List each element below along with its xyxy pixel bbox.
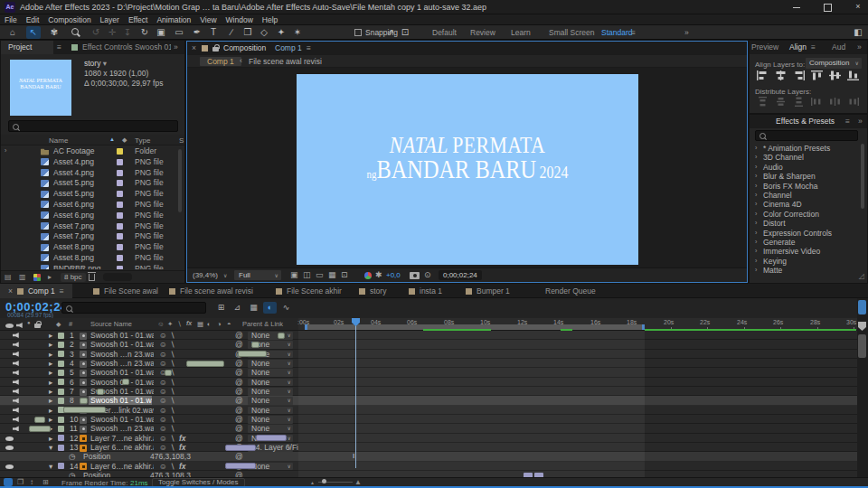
mask-visibility-icon[interactable]: ◫: [303, 270, 311, 279]
audio-on-icon[interactable]: [13, 333, 21, 338]
shy-switch-icon[interactable]: ☺: [159, 396, 167, 405]
effect-category-label[interactable]: Distort: [763, 219, 786, 228]
transparency-grid-icon[interactable]: ▦: [328, 270, 336, 279]
effect-category-row[interactable]: › Matte: [750, 266, 860, 275]
exposure-gear-icon[interactable]: ✱: [375, 270, 382, 279]
layer-duration-bar[interactable]: [122, 379, 129, 385]
layer-duration-bar[interactable]: [63, 407, 106, 413]
effect-category-label[interactable]: Audio: [763, 163, 783, 172]
label-color-swatch[interactable]: [117, 202, 123, 208]
pick-whip-icon[interactable]: @: [235, 434, 243, 443]
file-name[interactable]: Asset 7.png: [53, 221, 94, 230]
expand-icon[interactable]: ›: [755, 220, 757, 226]
timeline-tab[interactable]: ×File scene awal revisi≡: [169, 284, 253, 298]
tab-menu-icon[interactable]: ≡: [60, 284, 64, 298]
label-color-swatch[interactable]: [58, 426, 64, 432]
composition-canvas[interactable]: NATALPERMATA ngBANDAR BARU2024: [297, 74, 638, 265]
audio-on-icon[interactable]: [13, 370, 21, 375]
layer-row[interactable]: 10 Swoosh 01 - 01.wav ☺ ∖ fx @ None∨ ◷ @…: [0, 415, 857, 424]
property-label[interactable]: Position: [83, 452, 110, 461]
layer-duration-bar[interactable]: [97, 389, 104, 395]
effect-category-row[interactable]: › * Animation Presets: [750, 144, 860, 153]
parent-link-column-header[interactable]: Parent & Link: [242, 320, 283, 328]
project-file-row[interactable]: › Asset 4.png PNG file: [1, 168, 184, 179]
layer-name[interactable]: Swoosh 01 - 01.wav: [90, 368, 154, 377]
workspace-tab[interactable]: Review: [470, 28, 495, 37]
minimize-button[interactable]: [783, 0, 810, 14]
layer-row[interactable]: 2 Swoosh 01 - 01.wav ☺ ∖ fx @ None∨ ◷ @ …: [0, 340, 857, 349]
effect-category-label[interactable]: Channel: [763, 191, 792, 200]
file-name[interactable]: Asset 4.png: [53, 168, 94, 177]
sort-ascending-icon[interactable]: ▲: [109, 136, 115, 142]
label-column-icon[interactable]: ◆: [122, 136, 127, 144]
label-color-swatch[interactable]: [58, 370, 64, 376]
project-file-row[interactable]: › Asset 8.png PNG file: [1, 242, 184, 253]
effect-category-label[interactable]: Color Correction: [763, 210, 819, 219]
audio-on-icon[interactable]: [13, 408, 21, 413]
pick-whip-icon[interactable]: @: [235, 396, 243, 405]
breadcrumb-back-icon[interactable]: ‹: [240, 56, 242, 65]
workspace-tab[interactable]: Small Screen: [549, 28, 595, 37]
quality-switch-icon[interactable]: ∖: [170, 387, 175, 396]
file-name[interactable]: Asset 8.png: [53, 253, 94, 262]
layer-name[interactable]: Swoosh 01 - 01.wav: [89, 396, 152, 405]
quality-switch-icon[interactable]: ∖: [170, 331, 175, 340]
parent-select[interactable]: None∨: [248, 397, 293, 405]
layer-name[interactable]: Swoosh …n 23.wav: [90, 359, 154, 368]
composition-viewer[interactable]: NATALPERMATA ngBANDAR BARU2024: [187, 68, 747, 268]
layer-row[interactable]: 3 Swoosh …n 23.wav ☺ ∖ fx @ None∨ ◷ @ I: [0, 350, 857, 359]
composition-flowchart-icon[interactable]: ⊞: [214, 302, 228, 314]
layer-row[interactable]: 14 Layer 6…ne akhir.ai ☺ ∖ fx @ None∨ ◷ …: [0, 462, 857, 477]
motion-blur-icon[interactable]: ◐: [263, 302, 277, 314]
effect-category-row[interactable]: › Color Correction: [750, 210, 860, 219]
choose-grid-icon[interactable]: ▣: [290, 270, 298, 279]
workspace-tab[interactable]: Standard: [601, 28, 633, 37]
adjustment-column-icon[interactable]: ◑: [217, 320, 222, 328]
viewer-timecode[interactable]: 0;00;02;24: [439, 270, 482, 280]
lock-icon[interactable]: [212, 44, 219, 52]
workspace-menu-icon[interactable]: ≡: [631, 28, 636, 37]
expand-icon[interactable]: ›: [755, 183, 757, 189]
label-color-swatch[interactable]: [58, 333, 64, 339]
blend-modes-icon[interactable]: ❐: [17, 478, 24, 486]
panel-overflow-icon[interactable]: »: [857, 42, 862, 52]
label-color-swatch[interactable]: [58, 342, 64, 348]
frame-blend-column-icon[interactable]: ▦: [197, 320, 203, 328]
label-color-swatch[interactable]: [58, 389, 64, 395]
pick-whip-icon[interactable]: @: [235, 471, 243, 477]
quality-column-icon[interactable]: ∖: [177, 320, 182, 328]
workspace-overflow-icon[interactable]: »: [684, 28, 689, 37]
project-file-row[interactable]: › Asset 5.png PNG file: [1, 189, 184, 200]
shy-switch-icon[interactable]: ☺: [159, 434, 167, 443]
expand-icon[interactable]: ›: [755, 239, 757, 245]
align-center-vertical-icon[interactable]: [829, 70, 843, 82]
project-file-row[interactable]: › Asset 6.png PNG file: [1, 211, 184, 221]
video-visibility-icon[interactable]: [5, 465, 14, 469]
stopwatch-icon[interactable]: ◷: [69, 452, 75, 461]
label-color-swatch[interactable]: [117, 170, 123, 176]
tab-effect-controls[interactable]: Effect Controls Swoosh 01 - 01:: [82, 42, 171, 52]
audio-on-icon[interactable]: [13, 426, 21, 431]
label-color-swatch[interactable]: [117, 223, 123, 230]
effects-switch-icon[interactable]: fx: [179, 462, 186, 471]
pick-whip-icon[interactable]: @: [235, 387, 243, 396]
layer-duration-bar[interactable]: [225, 463, 256, 469]
close-tab-icon[interactable]: ×: [8, 284, 13, 298]
pick-whip-icon[interactable]: @: [235, 331, 243, 340]
project-search-input[interactable]: [8, 120, 178, 132]
layer-duration-bar[interactable]: [80, 398, 88, 404]
quality-switch-icon[interactable]: ∖: [170, 462, 175, 471]
zoom-out-mountain-icon[interactable]: ▲: [310, 480, 315, 485]
parent-select[interactable]: None∨: [248, 332, 293, 340]
folder-expand-icon[interactable]: ›: [5, 147, 6, 154]
graph-editor-icon[interactable]: ∿: [279, 302, 293, 314]
distribute-bottom-icon[interactable]: [793, 97, 807, 108]
effect-category-row[interactable]: › 3D Channel: [750, 153, 860, 162]
label-color-swatch[interactable]: [58, 445, 64, 451]
label-color-swatch[interactable]: [117, 233, 123, 239]
project-file-row[interactable]: › BNDRBR.png PNG file: [1, 264, 184, 269]
expand-icon[interactable]: ›: [755, 248, 757, 254]
expand-chevron-icon[interactable]: [49, 415, 52, 424]
effect-category-label[interactable]: Expression Controls: [763, 229, 832, 238]
channel-icon[interactable]: [364, 272, 372, 279]
